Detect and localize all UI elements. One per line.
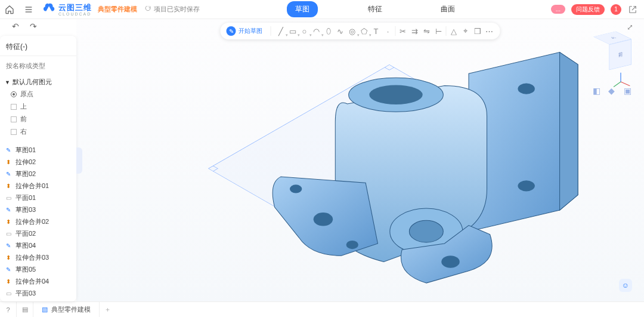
caret-down-icon: ▼ [5,79,10,85]
feature-item[interactable]: ▭平面01 [4,192,73,204]
viewcube-face-front[interactable]: 前 [609,39,631,70]
feature-item[interactable]: ▭平面03 [4,287,73,299]
pencil-icon: ✎ [227,26,236,36]
feature-item[interactable]: ✎草图03 [4,204,73,216]
plane-icon [11,116,17,122]
tool-trim-button[interactable]: ✂ [397,25,409,37]
sketch-icon: ✎ [5,242,12,249]
tool-poly-button[interactable]: ⬠▾ [358,25,370,37]
tool-constrain-button[interactable]: △ [448,25,460,37]
svg-line-3 [621,82,630,86]
popout-button[interactable] [627,4,638,15]
feature-item[interactable]: ▭平面02 [4,227,73,239]
sketch-icon: ✎ [5,206,12,213]
tool-arc-button[interactable]: ◠▾ [311,25,323,37]
appearance-button[interactable]: ◆ [608,86,618,96]
redo-button[interactable]: ↷ [30,21,37,31]
sidebar-collapse-handle[interactable] [76,147,82,174]
extrude-icon: ⬍ [5,158,12,165]
chat-button[interactable]: ... [551,5,565,14]
tool-dim-button[interactable]: ⊢ [433,25,445,37]
extrude-icon: ⬍ [5,278,12,285]
document-tab[interactable]: ▧ 典型零件建模 [33,302,100,318]
mode-tabs: 草图 特征 曲面 [200,1,551,17]
svg-point-13 [290,184,302,193]
sidebar-search-input[interactable] [6,62,70,69]
add-tab-button[interactable]: ＋ [100,305,115,314]
plane-icon: ▭ [5,290,12,297]
feature-item[interactable]: ⬍拉伸合并04 [4,275,73,287]
notification-badge[interactable]: 1 [611,4,621,15]
section-view-button[interactable]: ▣ [624,86,633,96]
tool-slot-button[interactable]: ◎▾ [346,25,358,37]
tool-text-button[interactable]: T [370,25,382,37]
viewport-3d[interactable]: ⤢ ✎ 开始草图 ╱▾▭▾○▾◠▾⬯∿◎▾⬠▾T·✂⇉⇋⊢△⌖❒⋯ 前 右 上 [76,19,644,301]
tool-more-button[interactable]: ⋯ [484,25,496,37]
brand-logo: 云图三维 CLOUDCAD [38,2,97,17]
start-sketch-button[interactable]: ✎ 开始草图 [225,25,267,37]
feature-item[interactable]: ✎草图04 [4,239,73,251]
geom-前[interactable]: 前 [11,113,76,125]
brand-sub: CLOUDCAD [58,12,92,16]
tool-offset-button[interactable]: ⇉ [409,25,421,37]
sketch-icon: ✎ [5,266,12,273]
help-button[interactable]: ☺ [619,279,632,292]
tool-circle-button[interactable]: ○▾ [299,25,311,37]
tab-feature[interactable]: 特征 [360,1,391,17]
tool-rect-button[interactable]: ▭▾ [287,25,299,37]
svg-point-6 [518,83,534,94]
tool-spline-button[interactable]: ∿ [335,25,346,37]
plane-icon [11,104,17,110]
feature-item[interactable]: ✎草图06 [4,299,73,301]
tool-cube-button[interactable]: ❒ [472,25,484,37]
display-style-button[interactable]: ◧ [593,86,602,96]
save-status: 项目已实时保存 [144,5,200,14]
tool-line-button[interactable]: ╱▾ [275,25,287,37]
doc-title: 典型零件建模 [98,5,137,14]
svg-point-15 [441,256,460,267]
fit-view-button[interactable]: ⤢ [627,23,633,32]
help-center-button[interactable]: ? [0,302,17,318]
tab-surface[interactable]: 曲面 [432,1,463,17]
origin-icon [11,91,17,97]
undo-button[interactable]: ↶ [12,21,19,31]
svg-point-12 [314,213,333,226]
part-icon: ▧ [42,306,48,313]
geom-原点[interactable]: 原点 [11,88,76,100]
feature-item[interactable]: ⬍拉伸合并03 [4,251,73,263]
tool-point-button[interactable]: · [382,25,394,37]
tool-project-button[interactable]: ⌖ [460,25,472,37]
feature-item[interactable]: ⬍拉伸合并01 [4,180,73,192]
tab-list-button[interactable]: ▤ [17,302,33,318]
tool-mirror-button[interactable]: ⇋ [421,25,433,37]
feature-item[interactable]: ⬍拉伸02 [4,156,73,168]
svg-point-9 [369,85,423,105]
geom-上[interactable]: 上 [11,100,76,113]
feature-item[interactable]: ⬍拉伸合并02 [4,216,73,227]
sketch-icon: ✎ [5,170,12,177]
sketch-toolbar: ✎ 开始草图 ╱▾▭▾○▾◠▾⬯∿◎▾⬠▾T·✂⇉⇋⊢△⌖❒⋯ [221,23,500,39]
feature-item[interactable]: ✎草图02 [4,168,73,180]
tool-ellipse-button[interactable]: ⬯ [323,25,335,37]
sketch-icon: ✎ [5,146,12,153]
sidebar-group-geom[interactable]: ▼ 默认几何图元 [0,74,76,88]
feature-item[interactable]: ✎草图01 [4,144,73,156]
feature-sidebar: 特征(-) ▼ 默认几何图元 原点上前右 ✎草图01⬍拉伸02✎草图02⬍拉伸合… [0,36,76,301]
plane-icon [11,129,17,135]
extrude-icon: ⬍ [5,254,12,261]
svg-point-14 [346,241,358,249]
svg-point-11 [409,220,443,242]
menu-button[interactable] [19,0,38,19]
home-button[interactable] [0,0,19,19]
svg-point-7 [518,180,534,191]
part-model-icon [184,31,608,298]
feedback-button[interactable]: 问题反馈 [571,4,605,15]
model-display [184,31,608,296]
logo-icon [43,2,56,17]
geom-右[interactable]: 右 [11,125,76,138]
plane-icon: ▭ [5,194,12,201]
view-cube[interactable]: 前 右 上 [592,37,633,79]
extrude-icon: ⬍ [5,182,12,189]
feature-item[interactable]: ✎草图05 [4,263,73,275]
tab-sketch[interactable]: 草图 [287,1,318,17]
